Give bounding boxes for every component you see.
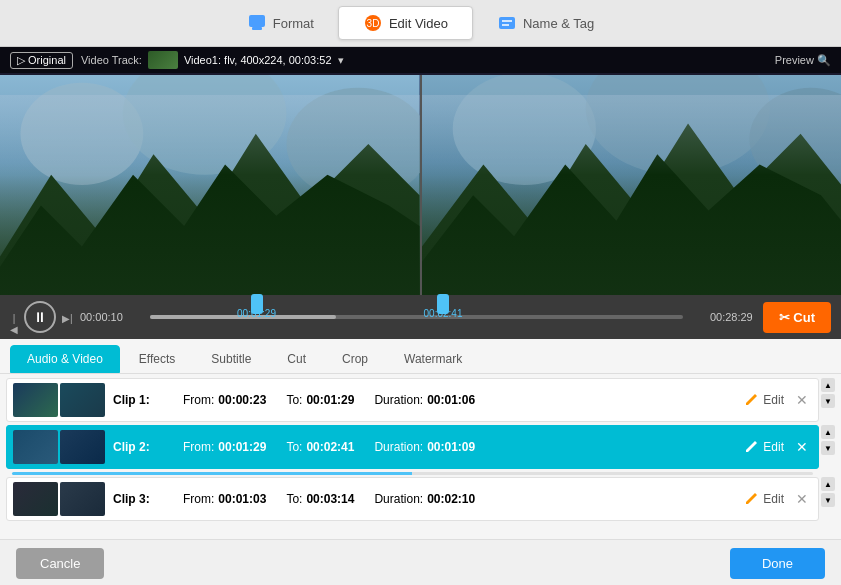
- video-thumbnail-small: [148, 51, 178, 69]
- svg-point-10: [286, 88, 419, 201]
- clip-3-duration-time: 00:02:10: [427, 492, 475, 506]
- clip-1-label: Clip 1:: [113, 393, 163, 407]
- clip-3-to: To: 00:03:14: [286, 492, 354, 506]
- clip-row-1-wrapper: Clip 1: From: 00:00:23 To: 00:01:29 Dura…: [6, 378, 835, 425]
- edit-pencil-icon-3: [743, 491, 759, 507]
- tab-crop[interactable]: Crop: [325, 345, 385, 373]
- timeline-slider[interactable]: 00:01:29 00:02:41: [150, 302, 683, 332]
- edit-pencil-icon: [743, 392, 759, 408]
- svg-rect-4: [499, 17, 515, 29]
- clip-2-from: From: 00:01:29: [183, 440, 266, 454]
- svg-marker-17: [422, 124, 842, 295]
- video-panels: [0, 75, 841, 295]
- cancel-button[interactable]: Cancle: [16, 548, 104, 579]
- clip-1-thumbnails: [13, 383, 105, 417]
- clip-1-scroll-up[interactable]: ▲: [821, 378, 835, 392]
- clip-2-edit-button[interactable]: Edit: [743, 439, 784, 455]
- top-tabs-bar: Format 3D Edit Video Name & Tag: [0, 0, 841, 47]
- clip-3-scroll-down[interactable]: ▼: [821, 493, 835, 507]
- prev-frame-button[interactable]: |◀: [10, 313, 18, 321]
- svg-rect-13: [422, 75, 842, 295]
- video-panel-left: [0, 75, 420, 295]
- clip-2-scroll-down[interactable]: ▼: [821, 441, 835, 455]
- clip-1-to: To: 00:01:29: [286, 393, 354, 407]
- tab-audio-video[interactable]: Audio & Video: [10, 345, 120, 373]
- clip-3-edit-button[interactable]: Edit: [743, 491, 784, 507]
- tab-name-tag[interactable]: Name & Tag: [473, 7, 618, 39]
- done-button[interactable]: Done: [730, 548, 825, 579]
- clip-2-info: Clip 2: From: 00:01:29 To: 00:02:41 Dura…: [113, 440, 735, 454]
- preview-button[interactable]: Preview 🔍: [775, 54, 831, 67]
- clip-2-scroll-up[interactable]: ▲: [821, 425, 835, 439]
- video-bg-left: [0, 75, 420, 295]
- clip-2-label: Clip 2:: [113, 440, 163, 454]
- clip-1-close-button[interactable]: ✕: [792, 390, 812, 410]
- clip-2-progress-bar: [12, 472, 813, 475]
- video-area: ▷ Original Video Track: Video1: flv, 400…: [0, 47, 841, 295]
- clip-2-scroll-arrows: ▲ ▼: [821, 425, 835, 477]
- clip-row-2[interactable]: Clip 2: From: 00:01:29 To: 00:02:41 Dura…: [6, 425, 819, 469]
- video-panel-right: [422, 75, 842, 295]
- clip-1-thumb-1: [13, 383, 58, 417]
- clip-row-3[interactable]: Clip 3: From: 00:01:03 To: 00:03:14 Dura…: [6, 477, 819, 521]
- handle-right-label: 00:02:41: [424, 308, 463, 319]
- svg-rect-1: [252, 27, 262, 30]
- name-tag-icon: [497, 13, 517, 33]
- svg-marker-11: [0, 134, 420, 295]
- clip-1-duration: Duration: 00:01:06: [374, 393, 475, 407]
- clip-2-thumbnails: [13, 430, 105, 464]
- svg-point-16: [749, 88, 841, 190]
- clip-3-scroll-up[interactable]: ▲: [821, 477, 835, 491]
- video-bg-right: [422, 75, 842, 295]
- tab-edit-video[interactable]: 3D Edit Video: [338, 6, 473, 40]
- clip-3-from-time: 00:01:03: [218, 492, 266, 506]
- clip-3-label: Clip 3:: [113, 492, 163, 506]
- handle-left-label: 00:01:29: [237, 308, 276, 319]
- video-scene-right: [422, 75, 842, 295]
- clip-3-thumbnails: [13, 482, 105, 516]
- clip-2-to-time: 00:02:41: [306, 440, 354, 454]
- pause-button[interactable]: ⏸: [24, 301, 56, 333]
- tab-cut[interactable]: Cut: [270, 345, 323, 373]
- clip-row-1[interactable]: Clip 1: From: 00:00:23 To: 00:01:29 Dura…: [6, 378, 819, 422]
- cut-button[interactable]: ✂ Cut: [763, 302, 831, 333]
- svg-rect-7: [0, 75, 420, 295]
- video-scene-left: [0, 75, 420, 295]
- format-icon: [247, 13, 267, 33]
- clip-1-to-time: 00:01:29: [306, 393, 354, 407]
- timeline-area: |◀ ⏸ ▶| 00:00:10 00:01:29 00:02:41 00:28…: [0, 295, 841, 339]
- timeline-track: [150, 315, 683, 319]
- clip-1-scroll-down[interactable]: ▼: [821, 394, 835, 408]
- video-bar: ▷ Original Video Track: Video1: flv, 400…: [0, 47, 841, 73]
- svg-point-8: [20, 83, 143, 185]
- svg-rect-0: [249, 15, 265, 27]
- clip-3-from: From: 00:01:03: [183, 492, 266, 506]
- tab-effects[interactable]: Effects: [122, 345, 192, 373]
- svg-point-9: [123, 75, 287, 175]
- tab-subtitle[interactable]: Subtitle: [194, 345, 268, 373]
- tab-watermark[interactable]: Watermark: [387, 345, 479, 373]
- clip-2-duration-time: 00:01:09: [427, 440, 475, 454]
- clip-2-from-time: 00:01:29: [218, 440, 266, 454]
- edit-video-icon: 3D: [363, 13, 383, 33]
- video-dropdown-arrow[interactable]: ▾: [338, 54, 344, 67]
- clip-2-close-button[interactable]: ✕: [792, 437, 812, 457]
- clip-3-duration: Duration: 00:02:10: [374, 492, 475, 506]
- end-time-display: 00:28:29: [693, 311, 753, 323]
- svg-point-15: [585, 75, 769, 175]
- video-info-text: Video1: flv, 400x224, 00:03:52: [184, 54, 332, 66]
- clip-3-info: Clip 3: From: 00:01:03 To: 00:03:14 Dura…: [113, 492, 735, 506]
- edit-pencil-icon-2: [743, 439, 759, 455]
- clip-3-close-button[interactable]: ✕: [792, 489, 812, 509]
- clip-2-container: Clip 2: From: 00:01:29 To: 00:02:41 Dura…: [6, 425, 819, 477]
- next-frame-button[interactable]: ▶|: [62, 313, 70, 321]
- clip-2-duration: Duration: 00:01:09: [374, 440, 475, 454]
- clip-1-info: Clip 1: From: 00:00:23 To: 00:01:29 Dura…: [113, 393, 735, 407]
- svg-marker-18: [422, 154, 842, 295]
- video-track-label: Video Track: Video1: flv, 400x224, 00:03…: [81, 51, 344, 69]
- clip-1-duration-time: 00:01:06: [427, 393, 475, 407]
- tab-format[interactable]: Format: [223, 7, 338, 39]
- original-badge: ▷ Original: [10, 52, 73, 69]
- clip-1-thumb-2: [60, 383, 105, 417]
- clip-1-edit-button[interactable]: Edit: [743, 392, 784, 408]
